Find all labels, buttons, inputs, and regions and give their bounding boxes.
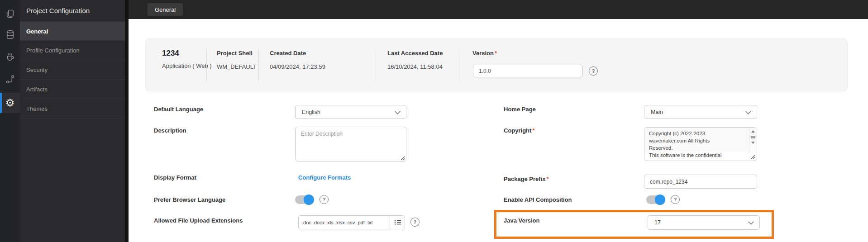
enable-api-composition-help-icon[interactable]: ? — [671, 195, 680, 204]
version-label: Version* — [472, 50, 497, 57]
description-label: Description — [154, 127, 186, 134]
last-accessed-date-value: 16/10/2024, 11:58:04 — [387, 63, 443, 70]
copyright-label: Copyright* — [504, 127, 534, 134]
chevron-down-icon — [745, 108, 751, 114]
scroll-up-icon[interactable] — [751, 130, 755, 133]
enable-api-composition-toggle[interactable] — [646, 195, 665, 204]
home-page-label: Home Page — [504, 106, 536, 113]
project-type: Application ( Web ) — [162, 62, 212, 69]
prefer-browser-language-toggle[interactable] — [295, 195, 314, 204]
version-input[interactable] — [473, 65, 583, 77]
scroll-down-icon[interactable] — [751, 142, 755, 144]
sidebar-item-artifacts[interactable]: Artifacts — [20, 80, 125, 99]
copyright-textarea[interactable]: Copyright (c) 2022-2023 wavemaker.com Al… — [644, 127, 757, 161]
sidebar-title: Project Configuration — [20, 0, 125, 21]
prefer-browser-language-label: Prefer Browser Language — [154, 196, 225, 203]
allowed-extensions-input[interactable] — [299, 216, 390, 229]
icon-rail: ⚙ — [0, 0, 20, 242]
sidebar: Project Configuration General Profile Co… — [20, 0, 125, 242]
sidebar-item-profile-configuration[interactable]: Profile Configuration — [20, 41, 125, 60]
chevron-down-icon — [395, 108, 401, 114]
project-info-card: 1234 Application ( Web ) Project Shell W… — [145, 38, 848, 91]
resize-grip-icon[interactable] — [400, 156, 405, 161]
created-date-label: Created Date — [270, 50, 306, 57]
package-prefix-input[interactable] — [644, 175, 757, 189]
allowed-file-upload-extensions-label: Allowed File Upload Extensions — [154, 217, 243, 224]
active-rail-indicator — [0, 93, 2, 113]
project-shell-label: Project Shell — [217, 50, 253, 57]
settings-gear-icon[interactable]: ⚙ — [0, 93, 20, 113]
project-shell-value: WM_DEFAULT — [217, 63, 257, 70]
card-divider — [258, 48, 259, 82]
pages-icon[interactable] — [0, 4, 20, 24]
version-help-icon[interactable]: ? — [589, 66, 598, 76]
java-version-highlight-box — [494, 210, 774, 239]
created-date-value: 04/09/2024, 17:23:59 — [270, 63, 325, 70]
default-language-label: Default Language — [154, 106, 203, 113]
home-page-select[interactable]: Main — [644, 105, 757, 119]
tab-bar: General — [129, 0, 868, 19]
description-textarea[interactable] — [295, 127, 406, 161]
allowed-extensions-input-group — [298, 215, 405, 229]
allowed-extensions-help-icon[interactable]: ? — [410, 218, 420, 227]
tab-general[interactable]: General — [148, 3, 183, 16]
sidebar-item-security[interactable]: Security — [20, 60, 125, 80]
default-language-select[interactable]: English — [295, 105, 406, 119]
panel-separator — [125, 0, 129, 242]
extensions-list-button[interactable] — [390, 216, 405, 229]
database-icon[interactable] — [0, 24, 20, 44]
project-configuration-screen: ⚙ Project Configuration General Profile … — [0, 0, 868, 242]
package-prefix-label: Package Prefix* — [504, 176, 549, 182]
sidebar-item-themes[interactable]: Themes — [20, 99, 125, 119]
apis-icon[interactable] — [0, 69, 20, 89]
prefer-browser-language-help-icon[interactable]: ? — [320, 195, 329, 204]
list-icon — [394, 219, 401, 225]
copyright-scrollbar[interactable] — [749, 128, 757, 153]
card-divider — [375, 48, 375, 82]
enable-api-composition-label: Enable API Composition — [504, 196, 572, 203]
resize-grip-icon[interactable] — [750, 154, 755, 159]
display-format-label: Display Format — [154, 174, 196, 181]
last-accessed-date-label: Last Accessed Date — [387, 50, 443, 57]
project-name: 1234 — [162, 49, 179, 58]
java-services-icon[interactable] — [0, 47, 20, 66]
sidebar-item-general[interactable]: General — [20, 21, 125, 41]
scrollbar-thumb[interactable] — [751, 136, 755, 138]
configure-formats-link[interactable]: Configure Formats — [298, 174, 351, 181]
card-divider — [206, 48, 207, 82]
card-divider — [459, 48, 459, 82]
